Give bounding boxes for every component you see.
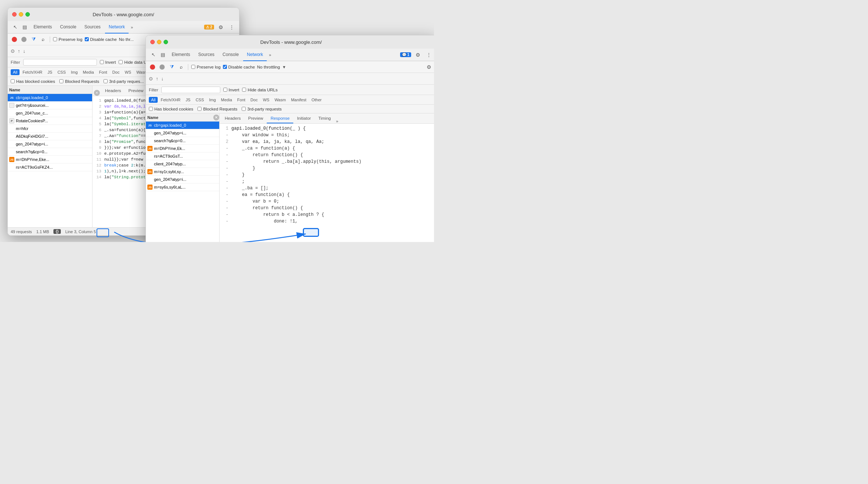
blocked-requests-cb-2[interactable]: [197, 107, 202, 111]
cursor-icon[interactable]: ↖: [11, 23, 20, 32]
tab-network-1[interactable]: Network: [105, 21, 129, 34]
request-row-2-7[interactable]: JS m=sy1r,sybt,sy...: [146, 168, 219, 176]
close-list-2[interactable]: ✕: [213, 115, 219, 120]
third-party-cb-2[interactable]: [242, 107, 246, 111]
settings-btn-2[interactable]: ⚙: [424, 63, 433, 71]
panel-icon[interactable]: ▤: [20, 23, 29, 32]
request-row-2-1[interactable]: JS cb=gapi.loaded_0: [146, 122, 219, 129]
close-button-2[interactable]: [150, 40, 155, 44]
filter-media-2[interactable]: Media: [219, 97, 234, 103]
request-row-1-1[interactable]: JS cb=gapi.loaded_0: [8, 94, 92, 102]
filter-wasm-2[interactable]: Wasm: [272, 97, 288, 103]
blocked-cookies-2[interactable]: Has blocked cookies: [149, 107, 193, 111]
preserve-log-1[interactable]: Preserve log: [53, 37, 83, 42]
minimize-button-1[interactable]: [19, 12, 23, 17]
preserve-log-checkbox-1[interactable]: [53, 37, 57, 41]
blocked-requests-1[interactable]: Blocked Requests: [59, 79, 99, 84]
tab-console-1[interactable]: Console: [56, 21, 80, 34]
request-row-2-2[interactable]: gen_204?atyp=i...: [146, 129, 219, 137]
throttle-dropdown-2[interactable]: ▼: [282, 65, 286, 69]
search-icon-1[interactable]: ⌕: [39, 36, 47, 43]
third-party-1[interactable]: 3rd-party reques...: [104, 79, 144, 84]
invert-checkbox-2[interactable]: [223, 88, 227, 92]
request-row-1-5[interactable]: m=hfcr: [8, 125, 92, 133]
hide-data-checkbox-1[interactable]: [119, 60, 123, 64]
maximize-button-1[interactable]: [25, 12, 30, 17]
disable-cache-1[interactable]: Disable cache: [85, 37, 117, 42]
close-panel-1[interactable]: ✕: [94, 90, 100, 96]
request-row-1-3[interactable]: gen_204?use_c...: [8, 109, 92, 117]
filter-img-2[interactable]: Img: [207, 97, 218, 103]
filter-other-2[interactable]: Other: [309, 97, 324, 103]
third-party-cb-1[interactable]: [104, 79, 108, 83]
filter-all-2[interactable]: All: [149, 97, 158, 103]
tab-console-2[interactable]: Console: [219, 49, 242, 61]
request-row-2-5[interactable]: rs=ACT9oGsT...: [146, 152, 219, 160]
request-row-2-8[interactable]: gen_204?atyp=i...: [146, 176, 219, 183]
search-icon-2[interactable]: ⌕: [178, 63, 185, 71]
filter-media-1[interactable]: Media: [81, 69, 96, 75]
tab-elements-2[interactable]: Elements: [168, 49, 194, 61]
more-icon-2[interactable]: ⋮: [424, 50, 433, 59]
stop-button-2[interactable]: [158, 63, 166, 71]
filter-all-1[interactable]: All: [11, 69, 20, 75]
cursor-icon-2[interactable]: ↖: [149, 50, 158, 59]
close-button-1[interactable]: [12, 12, 17, 17]
request-row-2-6[interactable]: client_204?atyp...: [146, 160, 219, 168]
blocked-requests-2[interactable]: Blocked Requests: [197, 107, 237, 111]
more-icon-1[interactable]: ⋮: [227, 23, 236, 32]
record-button-1[interactable]: [11, 36, 18, 43]
gear-icon-2[interactable]: ⚙: [424, 63, 433, 71]
filter-css-2[interactable]: CSS: [193, 97, 206, 103]
filter-js-2[interactable]: JS: [183, 97, 193, 103]
request-row-2-9[interactable]: JS m=sy6s,sy6t,aL...: [146, 183, 219, 191]
tab-preview-1[interactable]: Preview: [125, 86, 147, 96]
maximize-button-2[interactable]: [164, 40, 168, 44]
request-row-1-8[interactable]: search?q&cp=0...: [8, 148, 92, 156]
filter-icon-1[interactable]: ⧩: [30, 36, 37, 43]
disable-cache-checkbox-1[interactable]: [85, 37, 89, 41]
filter-font-1[interactable]: Font: [97, 69, 109, 75]
tab-more-1[interactable]: »: [129, 25, 134, 29]
filter-font-2[interactable]: Font: [235, 97, 248, 103]
format-button-1[interactable]: {}: [53, 229, 61, 234]
preserve-log-2[interactable]: Preserve log: [191, 65, 221, 69]
filter-input-1[interactable]: [23, 59, 97, 66]
filter-fetch-2[interactable]: Fetch/XHR: [158, 97, 183, 103]
settings-icon-2[interactable]: ⚙: [413, 50, 422, 59]
filter-ws-2[interactable]: WS: [260, 97, 272, 103]
request-row-1-7[interactable]: gen_204?atyp=i...: [8, 140, 92, 148]
blocked-cookies-cb-1[interactable]: [11, 79, 15, 83]
invert-checkbox-1[interactable]: [100, 60, 104, 64]
settings-icon-1[interactable]: ⚙: [216, 23, 225, 32]
filter-input-2[interactable]: [161, 87, 220, 93]
filter-doc-1[interactable]: Doc: [110, 69, 122, 75]
filter-css-1[interactable]: CSS: [55, 69, 68, 75]
hide-data-checkbox-2[interactable]: [242, 88, 246, 92]
filter-js-1[interactable]: JS: [45, 69, 55, 75]
tab-initiator-2[interactable]: Initiator: [293, 114, 315, 123]
filter-fetch-1[interactable]: Fetch/XHR: [20, 69, 45, 75]
minimize-button-2[interactable]: [157, 40, 161, 44]
request-row-1-2[interactable]: get?rt=j&sourcei...: [8, 102, 92, 109]
tab-headers-2[interactable]: Headers: [221, 114, 244, 123]
request-row-2-4[interactable]: JS m=DhPYme,Ek...: [146, 145, 219, 152]
stop-button-1[interactable]: [20, 36, 28, 43]
record-button-2[interactable]: [149, 63, 156, 71]
filter-doc-2[interactable]: Doc: [248, 97, 260, 103]
blocked-cookies-cb-2[interactable]: [149, 107, 153, 111]
hide-data-2[interactable]: Hide data URLs: [242, 88, 277, 92]
tab-elements-1[interactable]: Elements: [30, 21, 56, 34]
tab-more-panel-2[interactable]: »: [335, 119, 340, 123]
disable-cache-checkbox-2[interactable]: [223, 65, 227, 69]
filter-manifest-2[interactable]: Manifest: [289, 97, 309, 103]
invert-1[interactable]: Invert: [100, 60, 116, 64]
tab-timing-2[interactable]: Timing: [315, 114, 335, 123]
tab-response-2[interactable]: Response: [267, 114, 293, 123]
preserve-log-checkbox-2[interactable]: [191, 65, 195, 69]
request-row-1-9[interactable]: JS m=DhPYme,Eke...: [8, 156, 92, 164]
request-row-1-10[interactable]: rs=ACT9oGsFKZ4...: [8, 164, 92, 171]
filter-icon-2[interactable]: ⧩: [168, 63, 175, 71]
blocked-requests-cb-1[interactable]: [59, 79, 63, 83]
tab-more-2[interactable]: »: [267, 53, 273, 57]
